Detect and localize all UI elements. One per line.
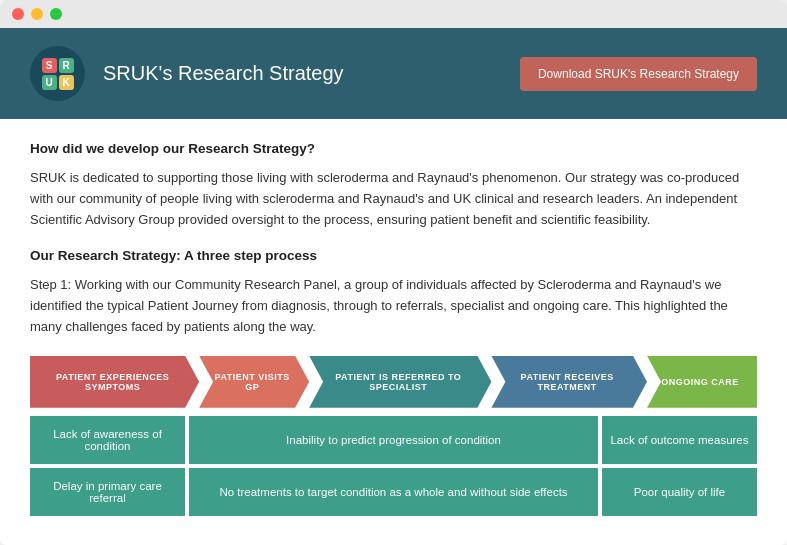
- maximize-button[interactable]: [50, 8, 62, 20]
- step-4: PATIENT RECEIVES TREATMENT: [491, 356, 647, 408]
- logo: S R U K: [30, 46, 85, 101]
- step-5: ONGOING CARE: [647, 356, 757, 408]
- logo-k: K: [59, 75, 74, 90]
- step-3: PATIENT IS REFERRED TO SPECIALIST: [309, 356, 491, 408]
- challenge-2-2: No treatments to target condition as a w…: [189, 468, 598, 516]
- header-left: S R U K SRUK's Research Strategy: [30, 46, 344, 101]
- main-window: S R U K SRUK's Research Strategy Downloa…: [0, 28, 787, 545]
- minimize-button[interactable]: [31, 8, 43, 20]
- journey-diagram: PATIENT EXPERIENCES SYMPTOMS PATIENT VIS…: [30, 356, 757, 516]
- logo-u: U: [42, 75, 57, 90]
- section1-body: SRUK is dedicated to supporting those li…: [30, 168, 757, 230]
- close-button[interactable]: [12, 8, 24, 20]
- challenges-row2: Delay in primary care referral No treatm…: [30, 468, 757, 516]
- step-2: PATIENT VISITS GP: [199, 356, 309, 408]
- page-title: SRUK's Research Strategy: [103, 62, 344, 85]
- section2-body: Step 1: Working with our Community Resea…: [30, 275, 757, 337]
- step-1: PATIENT EXPERIENCES SYMPTOMS: [30, 356, 199, 408]
- download-button[interactable]: Download SRUK's Research Strategy: [520, 57, 757, 91]
- challenge-2-3: Poor quality of life: [602, 468, 757, 516]
- challenge-1-1: Lack of awareness of condition: [30, 416, 185, 464]
- challenge-1-3: Lack of outcome measures: [602, 416, 757, 464]
- challenge-1-2: Inability to predict progression of cond…: [189, 416, 598, 464]
- header: S R U K SRUK's Research Strategy Downloa…: [0, 28, 787, 119]
- section2-title: Our Research Strategy: A three step proc…: [30, 248, 757, 263]
- challenges-row1: Lack of awareness of condition Inability…: [30, 416, 757, 464]
- section1-title: How did we develop our Research Strategy…: [30, 141, 757, 156]
- logo-r: R: [59, 58, 74, 73]
- content-area: How did we develop our Research Strategy…: [0, 119, 787, 545]
- window-chrome: [0, 0, 787, 28]
- steps-row: PATIENT EXPERIENCES SYMPTOMS PATIENT VIS…: [30, 356, 757, 408]
- logo-s: S: [42, 58, 57, 73]
- logo-inner: S R U K: [42, 58, 74, 90]
- challenge-2-1: Delay in primary care referral: [30, 468, 185, 516]
